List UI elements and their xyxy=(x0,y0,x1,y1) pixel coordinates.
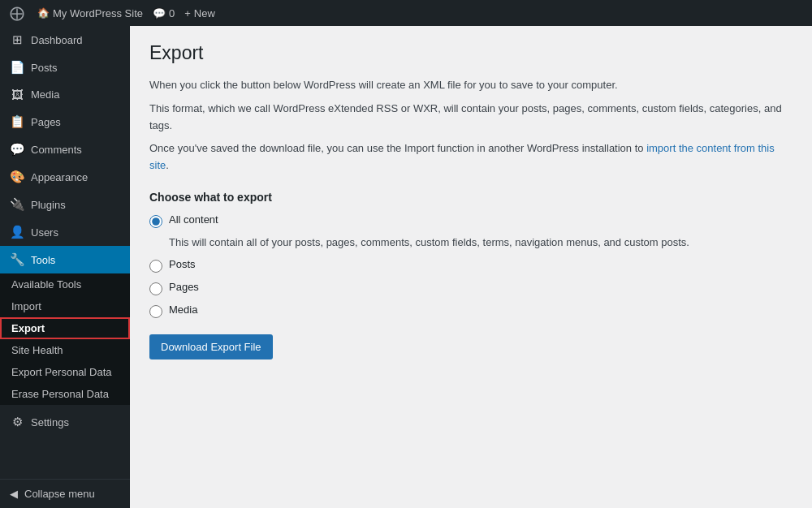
pages-icon: 📋 xyxy=(10,114,24,129)
sidebar-item-label: Users xyxy=(31,226,58,239)
label-posts[interactable]: Posts xyxy=(169,258,196,270)
posts-icon: 📄 xyxy=(10,60,24,75)
sidebar-item-plugins[interactable]: 🔌 Plugins xyxy=(0,191,130,218)
sidebar: ⊞ Dashboard 📄 Posts 🖼 Media 📋 Pages 💬 Co… xyxy=(0,26,130,508)
option-all-content: All content xyxy=(149,213,793,228)
wp-logo-icon[interactable]: ⨁ xyxy=(6,4,28,22)
option-posts: Posts xyxy=(149,258,793,273)
plugins-icon: 🔌 xyxy=(10,197,24,212)
radio-all-content[interactable] xyxy=(149,215,162,228)
radio-posts[interactable] xyxy=(149,260,162,273)
collapse-menu[interactable]: ◀ Collapse menu xyxy=(0,479,130,508)
sidebar-item-settings[interactable]: ⚙ Settings xyxy=(0,408,130,436)
site-link[interactable]: 🏠 My WordPress Site xyxy=(37,7,143,19)
option-media: Media xyxy=(149,304,793,318)
page-title: Export xyxy=(149,42,793,64)
submenu-item-export-personal-data[interactable]: Export Personal Data xyxy=(0,361,130,383)
radio-media[interactable] xyxy=(149,305,162,318)
new-label: New xyxy=(194,7,215,19)
dashboard-icon: ⊞ xyxy=(10,32,24,47)
sidebar-item-media[interactable]: 🖼 Media xyxy=(0,81,130,108)
sidebar-item-users[interactable]: 👤 Users xyxy=(0,218,130,246)
sidebar-item-comments[interactable]: 💬 Comments xyxy=(0,136,130,163)
radio-pages[interactable] xyxy=(149,282,162,295)
collapse-label: Collapse menu xyxy=(24,488,95,500)
sidebar-item-pages[interactable]: 📋 Pages xyxy=(0,108,130,136)
media-icon: 🖼 xyxy=(10,88,24,101)
submenu-item-available-tools[interactable]: Available Tools xyxy=(0,273,130,295)
plus-icon: + xyxy=(184,7,191,19)
section-title: Choose what to export xyxy=(149,191,793,204)
description-1: When you click the button below WordPres… xyxy=(149,77,793,94)
home-icon: 🏠 xyxy=(37,7,50,19)
import-link[interactable]: import the content from this site xyxy=(149,142,775,171)
sidebar-item-label: Comments xyxy=(31,144,82,156)
submenu-item-site-health[interactable]: Site Health xyxy=(0,339,130,361)
sidebar-item-label: Settings xyxy=(31,416,69,428)
label-all-content[interactable]: All content xyxy=(169,213,218,226)
all-content-description: This will contain all of your posts, pag… xyxy=(169,236,793,248)
sidebar-item-label: Tools xyxy=(31,254,55,266)
option-pages: Pages xyxy=(149,281,793,295)
sidebar-item-appearance[interactable]: 🎨 Appearance xyxy=(0,163,130,191)
layout: ⊞ Dashboard 📄 Posts 🖼 Media 📋 Pages 💬 Co… xyxy=(0,26,812,508)
sidebar-item-label: Media xyxy=(31,88,59,101)
site-name: My WordPress Site xyxy=(53,7,143,19)
submenu-item-export[interactable]: Export xyxy=(0,317,130,339)
top-bar: ⨁ 🏠 My WordPress Site 💬 0 + New xyxy=(0,0,812,26)
label-pages[interactable]: Pages xyxy=(169,281,199,293)
label-media[interactable]: Media xyxy=(169,304,197,316)
comments-icon: 💬 xyxy=(10,142,24,157)
sidebar-item-label: Dashboard xyxy=(31,34,83,46)
tools-icon: 🔧 xyxy=(10,252,24,267)
sidebar-item-tools[interactable]: 🔧 Tools xyxy=(0,246,130,273)
description-2: This format, which we call WordPress eXt… xyxy=(149,101,793,135)
export-options: All content This will contain all of you… xyxy=(149,213,793,318)
sidebar-item-label: Appearance xyxy=(31,171,88,183)
users-icon: 👤 xyxy=(10,225,24,239)
description-3: Once you've saved the download file, you… xyxy=(149,140,793,174)
settings-icon: ⚙ xyxy=(10,415,24,429)
submenu-item-erase-personal-data[interactable]: Erase Personal Data xyxy=(0,383,130,405)
comment-bubble-icon: 💬 xyxy=(153,7,166,19)
sidebar-item-dashboard[interactable]: ⊞ Dashboard xyxy=(0,26,130,54)
sidebar-item-label: Posts xyxy=(31,62,58,74)
sidebar-item-posts[interactable]: 📄 Posts xyxy=(0,54,130,81)
submenu-item-import[interactable]: Import xyxy=(0,295,130,317)
new-link[interactable]: + New xyxy=(184,7,215,19)
main-content: Export When you click the button below W… xyxy=(130,26,812,508)
download-export-button[interactable]: Download Export File xyxy=(149,334,273,359)
comments-link[interactable]: 💬 0 xyxy=(153,7,175,19)
collapse-icon: ◀ xyxy=(10,488,18,500)
sidebar-item-label: Pages xyxy=(31,116,61,128)
comments-count: 0 xyxy=(169,7,175,19)
tools-submenu: Available Tools Import Export Site Healt… xyxy=(0,273,130,405)
sidebar-item-label: Plugins xyxy=(31,199,66,211)
appearance-icon: 🎨 xyxy=(10,170,24,184)
